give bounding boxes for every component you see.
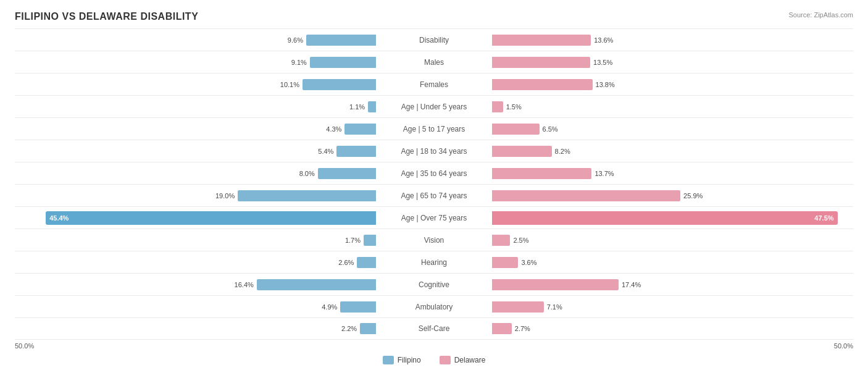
right-bar: [492, 190, 680, 201]
right-bar: [492, 124, 540, 135]
row-label: Cognitive: [378, 280, 490, 289]
bar-row: 4.3% Age | 5 to 17 years 6.5%: [15, 117, 853, 140]
right-value: 13.7%: [595, 170, 614, 177]
bar-row: 5.4% Age | 18 to 34 years 8.2%: [15, 140, 853, 162]
right-value: 17.4%: [622, 281, 641, 288]
left-value: 10.1%: [280, 81, 299, 88]
right-value: 7.1%: [547, 303, 562, 311]
row-label: Ambulatory: [378, 303, 490, 311]
left-value: 4.9%: [322, 303, 337, 311]
source-label: Source: ZipAtlas.com: [788, 11, 853, 19]
right-value: 25.9%: [683, 192, 703, 200]
legend-label-delaware: Delaware: [454, 356, 486, 364]
row-label: Age | 65 to 74 years: [378, 191, 490, 200]
left-value-inbar: 45.4%: [46, 214, 72, 222]
right-value: 8.2%: [555, 148, 570, 155]
right-value: 13.5%: [593, 59, 612, 66]
left-value: 19.0%: [215, 192, 235, 200]
bar-row: 2.6% Hearing 3.6%: [15, 251, 853, 273]
row-label: Males: [378, 58, 490, 67]
right-value: 2.7%: [515, 325, 530, 332]
axis-left: 50.0%: [15, 342, 34, 350]
row-label: Age | 35 to 64 years: [378, 169, 490, 178]
axis-labels: 50.0% 50.0%: [15, 342, 853, 350]
right-bar: [492, 79, 593, 90]
left-bar: [310, 57, 376, 68]
left-bar: [318, 168, 376, 179]
right-bar: [492, 257, 518, 268]
left-bar: [360, 323, 376, 334]
row-label: Hearing: [378, 258, 490, 267]
legend: Filipino Delaware: [15, 356, 853, 364]
legend-swatch-blue: [383, 356, 394, 364]
left-value: 2.6%: [338, 259, 354, 266]
left-bar: [364, 235, 376, 246]
right-bar: [492, 323, 512, 334]
left-value: 2.2%: [341, 325, 357, 332]
right-bar: [492, 101, 503, 112]
bar-row: 9.1% Males 13.5%: [15, 51, 853, 73]
chart-area: 9.6% Disability 13.6%: [15, 28, 853, 340]
right-value: 13.8%: [596, 81, 615, 88]
left-bar: [344, 124, 376, 135]
bar-row: 2.2% Self-Care 2.7%: [15, 317, 853, 340]
right-bar: [492, 168, 591, 179]
bar-row: 19.0% Age | 65 to 74 years 25.9%: [15, 184, 853, 206]
right-value: 3.6%: [521, 259, 536, 266]
right-value-inbar: 47.5%: [811, 214, 837, 222]
right-value: 2.5%: [513, 237, 528, 244]
left-value: 5.4%: [318, 148, 333, 155]
legend-label-filipino: Filipino: [398, 356, 421, 364]
left-bar: [303, 79, 376, 90]
left-bar: [368, 101, 376, 112]
left-value: 1.7%: [345, 237, 361, 244]
chart-container: FILIPINO VS DELAWARE DISABILITY Source: …: [0, 0, 868, 376]
bar-row: 8.0% Age | 35 to 64 years 13.7%: [15, 162, 853, 184]
right-bar: [492, 279, 619, 290]
bar-row: 10.1% Females 13.8%: [15, 73, 853, 95]
right-bar: [492, 301, 544, 313]
chart-title: FILIPINO VS DELAWARE DISABILITY: [15, 11, 853, 22]
left-bar: [257, 279, 376, 290]
right-value: 1.5%: [506, 103, 522, 111]
left-value: 1.1%: [349, 103, 365, 111]
legend-delaware: Delaware: [440, 356, 486, 364]
right-value: 6.5%: [543, 125, 558, 133]
bar-row: 4.9% Ambulatory 7.1%: [15, 295, 853, 317]
bar-row: 1.1% Age | Under 5 years 1.5%: [15, 95, 853, 117]
row-label: Self-Care: [378, 324, 490, 333]
bar-row: 9.6% Disability 13.6%: [15, 28, 853, 51]
legend-filipino: Filipino: [383, 356, 421, 364]
left-value: 9.1%: [291, 59, 307, 66]
row-label: Age | 18 to 34 years: [378, 147, 490, 156]
row-label: Vision: [378, 236, 490, 245]
left-value: 16.4%: [235, 281, 254, 288]
right-bar: [492, 146, 552, 157]
row-label: Disability: [378, 36, 490, 44]
right-bar: [492, 35, 591, 46]
right-bar: [492, 235, 510, 246]
left-bar: [340, 301, 376, 313]
legend-swatch-pink: [440, 356, 451, 364]
row-label: Age | Over 75 years: [378, 214, 490, 222]
left-value: 4.3%: [326, 125, 341, 133]
row-label: Age | 5 to 17 years: [378, 125, 490, 133]
bar-row: 45.4% Age | Over 75 years 47.5%: [15, 206, 853, 229]
left-bar: [336, 146, 376, 157]
left-bar: 45.4%: [46, 211, 376, 225]
bar-row: 16.4% Cognitive 17.4%: [15, 273, 853, 295]
left-value: 9.6%: [288, 36, 303, 44]
row-label: Age | Under 5 years: [378, 103, 490, 111]
right-value: 13.6%: [594, 36, 613, 44]
right-bar: 47.5%: [492, 211, 838, 225]
left-bar: [306, 35, 376, 46]
left-value: 8.0%: [299, 170, 315, 177]
right-bar: [492, 57, 590, 68]
left-bar: [357, 257, 376, 268]
left-bar: [238, 190, 376, 201]
axis-right: 50.0%: [834, 342, 853, 350]
bar-row: 1.7% Vision 2.5%: [15, 229, 853, 251]
row-label: Females: [378, 80, 490, 89]
